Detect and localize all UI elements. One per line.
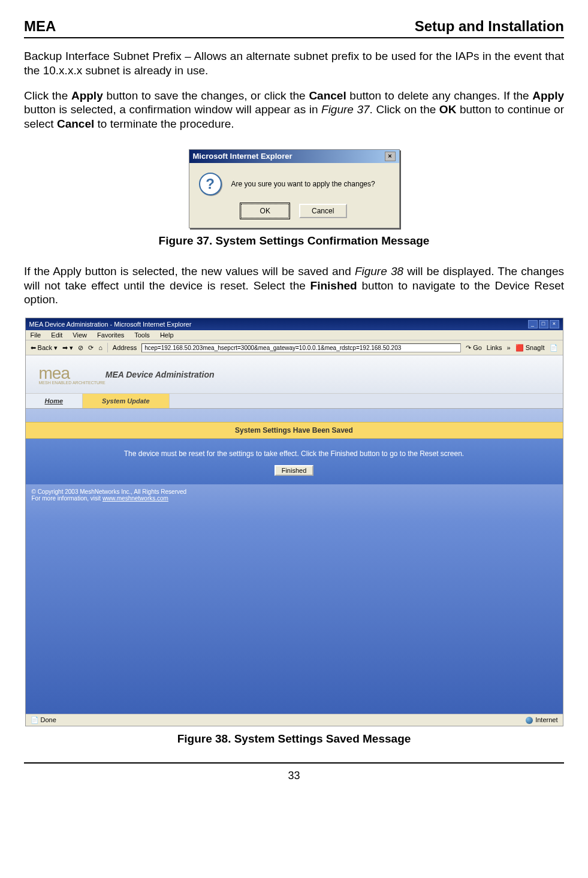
italic-fig38: Figure 38 [355, 265, 403, 277]
refresh-icon[interactable]: ⟳ [88, 344, 94, 352]
menu-file[interactable]: File [31, 331, 41, 339]
bold-cancel: Cancel [57, 117, 94, 130]
address-label: Address [113, 344, 137, 351]
mea-logo: mea MESH ENABLED ARCHITECTURE [39, 364, 105, 385]
paragraph-backup-prefix: Backup Interface Subnet Prefix – Allows … [24, 49, 564, 78]
admin-screenshot: MEA Device Administration - Microsoft In… [25, 318, 563, 726]
window-titlebar: MEA Device Administration - Microsoft In… [26, 318, 563, 330]
footer-text: © Copyright 2003 MeshNetworks Inc., All … [26, 484, 563, 504]
stop-icon[interactable]: ⊘ [78, 344, 83, 352]
menu-favorites[interactable]: Favorites [97, 331, 124, 339]
bold-finished: Finished [310, 279, 357, 292]
paragraph-apply-instructions: Click the Apply button to save the chang… [24, 89, 564, 131]
copyright-text: © Copyright 2003 MeshNetworks Inc., All … [32, 488, 557, 495]
snagit-button[interactable]: 🟥 SnagIt [515, 344, 545, 352]
tab-system-update[interactable]: System Update [83, 394, 169, 408]
text: button to delete any changes. If the [346, 89, 533, 102]
window-title: MEA Device Administration - Microsoft In… [29, 321, 192, 328]
page-header: MEA Setup and Installation [24, 18, 564, 38]
message-area: The device must be reset for the setting… [26, 439, 563, 484]
finished-button[interactable]: Finished [275, 465, 314, 476]
status-left-text: Done [41, 716, 56, 723]
bold-cancel: Cancel [309, 89, 346, 102]
extra-icon[interactable]: 📄 [550, 344, 558, 352]
header-left: MEA [24, 18, 56, 35]
figure37-caption: Figure 37. System Settings Confirmation … [24, 234, 564, 248]
moreinfo-text: For more information, visit [32, 495, 102, 502]
menu-help[interactable]: Help [160, 331, 174, 339]
bold-apply: Apply [71, 89, 103, 102]
page-footer: 33 [24, 762, 564, 782]
address-input[interactable]: hcep=192.168.50.203mea_hsepcrt=3000&mea_… [141, 343, 461, 352]
dialog-titlebar: Microsoft Internet Explorer × [189, 150, 399, 163]
question-icon: ? [199, 173, 222, 195]
back-button[interactable]: ⬅ Back ▾ [31, 344, 58, 352]
dialog-body: ? Are you sure you want to apply the cha… [189, 163, 399, 200]
text: Click the [24, 89, 71, 102]
message-text: The device must be reset for the setting… [32, 449, 557, 458]
saved-heading: System Settings Have Been Saved [26, 422, 563, 439]
menu-view[interactable]: View [73, 331, 87, 339]
text: If the Apply button is selected, the new… [24, 265, 355, 277]
nav-tabs: Home System Update [26, 394, 563, 409]
menu-tools[interactable]: Tools [134, 331, 150, 339]
menu-bar: File Edit View Favorites Tools Help [26, 330, 563, 340]
banner-title: MEA Device Administration [105, 370, 215, 379]
close-icon[interactable]: × [385, 152, 396, 161]
forward-button[interactable]: ➡ ▾ [62, 344, 73, 352]
italic-fig37: Figure 37 [321, 103, 370, 116]
page-number: 33 [288, 770, 300, 782]
text: to terminate the procedure. [94, 117, 234, 130]
figure38-caption: Figure 38. System Settings Saved Message [24, 732, 564, 746]
confirmation-dialog: Microsoft Internet Explorer × ? Are you … [189, 149, 400, 228]
bold-apply: Apply [532, 89, 564, 102]
status-bar: 📄 Done Internet [26, 714, 563, 726]
page-banner: mea MESH ENABLED ARCHITECTURE MEA Device… [26, 355, 563, 394]
status-left: 📄 Done [31, 716, 56, 724]
status-right-text: Internet [535, 716, 557, 723]
cancel-button[interactable]: Cancel [299, 204, 347, 218]
go-button[interactable]: ↷ Go [466, 344, 482, 352]
bold-ok: OK [439, 103, 457, 116]
text: . Click on the [370, 103, 439, 116]
links-chevron-icon: » [507, 344, 511, 351]
empty-area [26, 504, 563, 714]
dialog-title-text: Microsoft Internet Explorer [193, 152, 293, 161]
go-label: Go [473, 344, 482, 351]
moreinfo-link[interactable]: www.meshnetworks.com [102, 495, 168, 502]
home-icon[interactable]: ⌂ [98, 344, 102, 351]
text: button is selected, a confirmation windo… [24, 103, 321, 116]
window-controls: _ □ × [528, 320, 559, 328]
dialog-message: Are you sure you want to apply the chang… [231, 180, 375, 188]
close-icon[interactable]: × [550, 320, 559, 328]
toolbar: ⬅ Back ▾ ➡ ▾ ⊘ ⟳ ⌂ Address hcep=192.168.… [26, 340, 563, 355]
text: button to save the changes, or click the [103, 89, 309, 102]
maximize-icon[interactable]: □ [539, 320, 548, 328]
snagit-label: SnagIt [526, 344, 545, 351]
minimize-icon[interactable]: _ [528, 320, 538, 328]
dialog-buttons: OK Cancel [189, 200, 399, 228]
header-right: Setup and Installation [415, 18, 564, 35]
logo-subtext: MESH ENABLED ARCHITECTURE [39, 381, 105, 385]
globe-icon [526, 717, 533, 724]
paragraph-finished-instructions: If the Apply button is selected, the new… [24, 264, 564, 307]
ok-button[interactable]: OK [241, 204, 289, 218]
spacer [26, 409, 563, 422]
tab-home[interactable]: Home [26, 394, 83, 408]
back-label: Back [38, 344, 52, 351]
links-label[interactable]: Links [487, 344, 502, 351]
status-right: Internet [526, 716, 557, 724]
menu-edit[interactable]: Edit [51, 331, 62, 339]
